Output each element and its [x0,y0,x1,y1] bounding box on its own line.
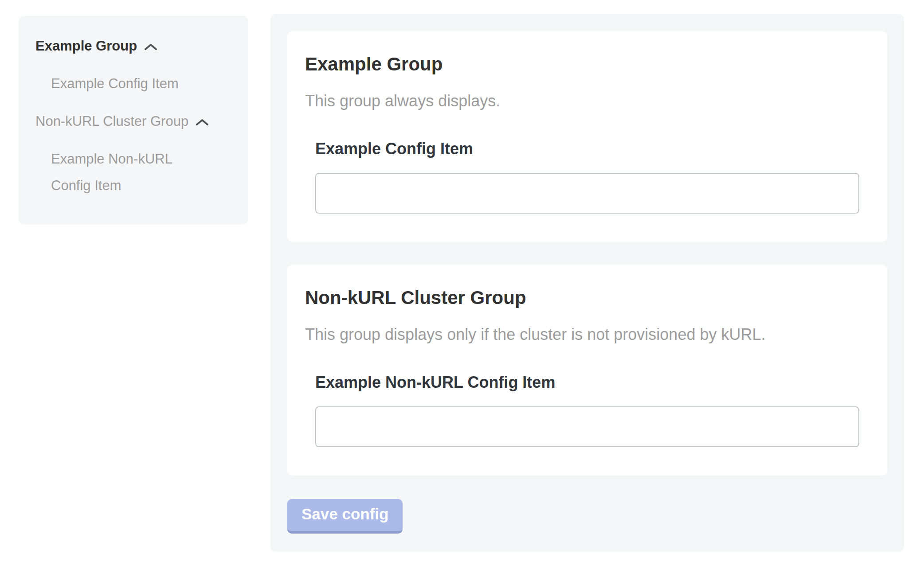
chevron-up-icon [144,43,158,51]
group-title: Non-kURL Cluster Group [305,287,869,309]
group-description: This group always displays. [305,91,869,111]
config-group-card-non-kurl-cluster-group: Non-kURL Cluster Group This group displa… [287,265,887,476]
config-item-input[interactable] [315,173,859,214]
sidebar-group-label: Example Group [35,38,137,54]
config-nav-sidebar: Example Group Example Config Item Non-kU… [19,16,248,224]
config-item-label: Example Non-kURL Config Item [315,372,859,393]
sidebar-item-example-config-item[interactable]: Example Config Item [51,70,206,97]
config-item: Example Non-kURL Config Item [315,372,859,447]
config-nav: Example Group Example Config Item Non-kU… [35,33,231,199]
group-title: Example Group [305,53,869,75]
sidebar-group-non-kurl-cluster-group[interactable]: Non-kURL Cluster Group [35,108,231,135]
config-item: Example Config Item [315,138,859,214]
sidebar-item-example-non-kurl-config-item[interactable]: Example Non-kURL Config Item [51,146,206,199]
config-item-input[interactable] [315,406,859,447]
sidebar-group-label: Non-kURL Cluster Group [35,113,188,129]
chevron-up-icon [195,118,209,126]
config-panel: Example Group This group always displays… [270,14,904,552]
config-item-label: Example Config Item [315,138,859,160]
config-group-card-example-group: Example Group This group always displays… [287,31,887,242]
sidebar-group-example-group[interactable]: Example Group [35,33,231,59]
save-config-button[interactable]: Save config [287,499,403,534]
group-description: This group displays only if the cluster … [305,325,869,344]
